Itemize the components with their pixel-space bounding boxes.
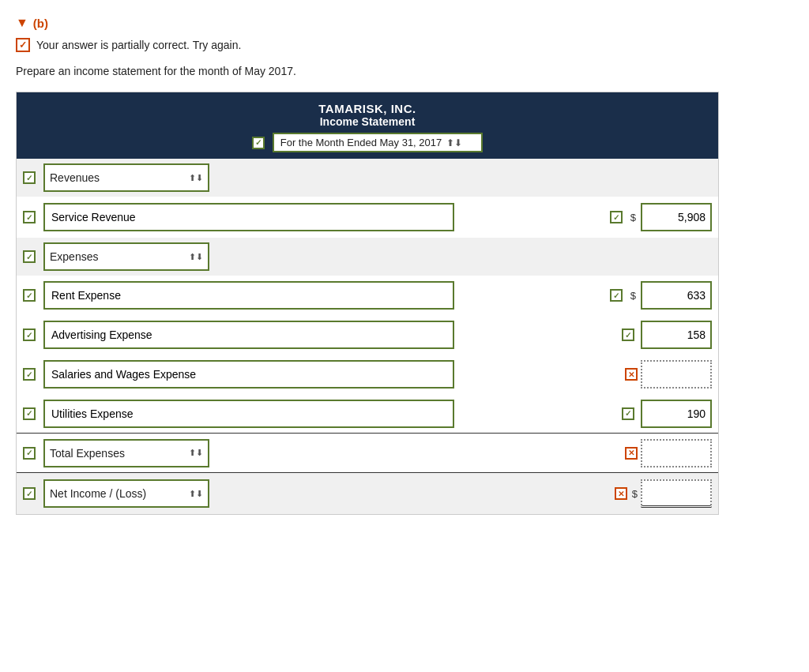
advertising-check-icon[interactable] (23, 328, 36, 341)
expenses-check-icon[interactable] (23, 250, 36, 263)
total-expenses-x-icon[interactable] (625, 447, 638, 460)
revenues-dropdown[interactable]: Revenues ⬆⬇ (43, 163, 209, 192)
rent-check-icon[interactable] (23, 289, 36, 302)
total-expenses-dropdown-arrow-icon: ⬆⬇ (189, 448, 203, 458)
rent-amount-check-icon[interactable] (610, 289, 623, 302)
net-income-label: Net Income / (Loss) (50, 487, 146, 500)
rent-dollar: $ (630, 290, 636, 302)
advertising-expense-input[interactable] (43, 321, 454, 349)
income-statement: TAMARISK, INC. Income Statement For the … (16, 92, 719, 515)
partial-correct-notice: ✓ Your answer is partially correct. Try … (16, 38, 793, 52)
service-revenue-amount-check-icon[interactable] (610, 211, 623, 223)
statement-title: Income Statement (24, 115, 710, 128)
revenues-section-row: Revenues ⬆⬇ (17, 159, 718, 197)
service-revenue-row: $ (17, 197, 718, 238)
utilities-expense-row (17, 394, 718, 434)
revenues-check-icon[interactable] (23, 171, 36, 184)
section-label: (b) (33, 17, 48, 30)
net-income-dropdown[interactable]: Net Income / (Loss) ⬆⬇ (43, 479, 209, 508)
total-expenses-amount-input[interactable] (641, 439, 712, 467)
rent-expense-input[interactable] (43, 281, 454, 310)
rent-expense-amount-input[interactable] (641, 281, 712, 310)
utilities-amount-check-icon[interactable] (622, 407, 634, 420)
date-label: For the Month Ended May 31, 2017 (280, 137, 442, 148)
salaries-expense-input[interactable] (43, 360, 454, 389)
instruction-text: Prepare an income statement for the mont… (16, 65, 793, 77)
net-income-row: Net Income / (Loss) ⬆⬇ $ (17, 473, 718, 514)
total-expenses-check-icon[interactable] (23, 447, 36, 460)
service-revenue-input[interactable] (43, 203, 454, 231)
utilities-expense-amount-input[interactable] (641, 400, 712, 428)
net-income-dropdown-arrow-icon: ⬆⬇ (189, 489, 203, 499)
company-name: TAMARISK, INC. (24, 102, 710, 115)
partial-correct-icon: ✓ (16, 38, 30, 52)
advertising-amount-check-icon[interactable] (622, 328, 634, 341)
revenues-dropdown-arrow-icon: ⬆⬇ (189, 173, 203, 183)
net-income-amount-input[interactable] (641, 479, 712, 508)
utilities-check-icon[interactable] (23, 407, 36, 420)
date-check-icon[interactable] (252, 137, 265, 149)
net-income-check-icon[interactable] (23, 487, 36, 500)
section-header: ▼ (b) (16, 16, 793, 30)
statement-header: TAMARISK, INC. Income Statement For the … (17, 92, 718, 159)
rent-expense-row: $ (17, 276, 718, 315)
expenses-section-row: Expenses ⬆⬇ (17, 238, 718, 276)
salaries-x-icon[interactable] (625, 368, 638, 381)
total-expenses-label: Total Expenses (50, 447, 125, 460)
advertising-expense-row (17, 315, 718, 355)
expenses-label: Expenses (50, 250, 98, 263)
expenses-dropdown-arrow-icon: ⬆⬇ (189, 252, 203, 262)
date-dropdown-arrow-icon: ⬆⬇ (446, 137, 462, 148)
total-expenses-dropdown[interactable]: Total Expenses ⬆⬇ (43, 439, 209, 467)
revenues-label: Revenues (50, 171, 100, 184)
service-revenue-dollar: $ (630, 212, 636, 223)
advertising-expense-amount-input[interactable] (641, 321, 712, 349)
salaries-expense-row (17, 355, 718, 394)
net-income-dollar: $ (632, 488, 638, 500)
utilities-expense-input[interactable] (43, 400, 454, 428)
salaries-check-icon[interactable] (23, 368, 36, 381)
service-revenue-check-icon[interactable] (23, 211, 36, 223)
net-income-x-icon[interactable] (615, 487, 627, 500)
total-expenses-row: Total Expenses ⬆⬇ (17, 434, 718, 473)
date-dropdown[interactable]: For the Month Ended May 31, 2017 ⬆⬇ (273, 133, 484, 152)
salaries-expense-amount-input[interactable] (641, 360, 712, 389)
collapse-arrow-icon[interactable]: ▼ (16, 16, 28, 30)
expenses-dropdown[interactable]: Expenses ⬆⬇ (43, 242, 209, 271)
service-revenue-amount-input[interactable] (641, 203, 712, 231)
partial-correct-text: Your answer is partially correct. Try ag… (36, 39, 241, 51)
